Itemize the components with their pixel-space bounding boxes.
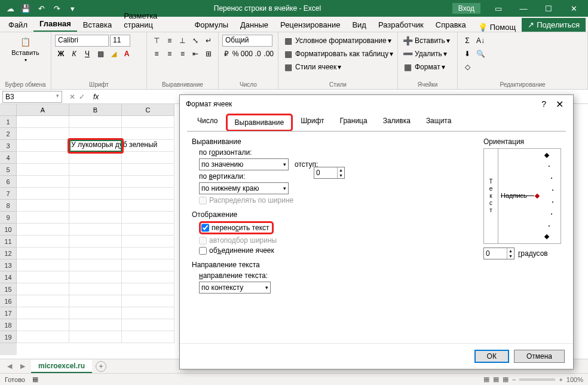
close-icon[interactable]: ✕ [562, 0, 586, 17]
horizontal-select[interactable]: по значению▾ [199, 158, 289, 170]
zoom-in-icon[interactable]: + [559, 376, 562, 383]
row-header[interactable]: 9 [0, 212, 17, 224]
degrees-spinner[interactable]: ▲▼ [483, 248, 514, 259]
textdir-select[interactable]: по контексту▾ [199, 282, 271, 294]
align-top-button[interactable]: ⊤ [151, 35, 163, 47]
dlg-tab-font[interactable]: Шрифт [293, 113, 332, 131]
clear-button[interactable]: ◇ [461, 61, 473, 73]
dlg-tab-number[interactable]: Число [189, 113, 226, 131]
currency-button[interactable]: ₽ [222, 48, 230, 60]
minimize-icon[interactable]: — [512, 0, 535, 17]
ok-button[interactable]: ОК [474, 350, 509, 363]
cancel-button[interactable]: Отмена [514, 350, 565, 363]
merge-button[interactable]: ⊞ [203, 48, 215, 60]
tab-help[interactable]: Справка [430, 18, 472, 32]
view-break-icon[interactable]: ▦ [503, 375, 509, 383]
view-layout-icon[interactable]: ▦ [493, 375, 499, 383]
align-middle-button[interactable]: ≡ [164, 35, 176, 47]
maximize-icon[interactable]: ☐ [537, 0, 561, 17]
orientation-control[interactable]: Текст Надпись [483, 148, 561, 244]
align-center-button[interactable]: ≡ [164, 48, 176, 60]
dialog-close-icon[interactable]: ✕ [552, 99, 567, 110]
tab-nav-left-icon[interactable]: ◀ [5, 362, 14, 370]
tab-developer[interactable]: Разработчик [372, 18, 430, 32]
col-header[interactable]: B [69, 104, 122, 116]
row-header[interactable]: 12 [0, 248, 17, 259]
dialog-help-icon[interactable]: ? [535, 99, 552, 109]
select-all-corner[interactable] [0, 104, 17, 116]
align-bottom-button[interactable]: ⊥ [177, 35, 189, 47]
zoom-level[interactable]: 100% [566, 376, 583, 383]
row-header[interactable]: 13 [0, 259, 17, 271]
undo-icon[interactable]: ↶ [35, 2, 48, 15]
cell-styles-button[interactable]: ▦Стили ячеек ▾ [282, 61, 394, 73]
vertical-select[interactable]: по нижнему краю▾ [199, 182, 289, 194]
add-sheet-button[interactable]: + [96, 361, 106, 372]
share-button[interactable]: ↗Поделиться [522, 18, 586, 32]
row-header[interactable]: 2 [0, 128, 17, 140]
dlg-tab-border[interactable]: Граница [332, 113, 375, 131]
tab-pagelayout[interactable]: Разметка страниц [118, 9, 188, 32]
macro-rec-icon[interactable]: ▦ [32, 375, 38, 383]
tab-insert[interactable]: Вставка [77, 18, 118, 32]
comma-button[interactable]: 000 [241, 48, 253, 60]
tellme[interactable]: 💡Помощ [472, 23, 522, 32]
enter-formula-icon[interactable]: ✓ [79, 93, 85, 101]
orientation-button[interactable]: ⤡ [189, 35, 201, 47]
zoom-slider[interactable] [519, 378, 555, 381]
cond-format-button[interactable]: ▦Условное форматирование ▾ [282, 35, 394, 47]
insert-cells-button[interactable]: ➕Вставить ▾ [402, 35, 454, 47]
indent-dec-button[interactable]: ⇤ [189, 48, 201, 60]
wrap-text-button[interactable]: ↵ [203, 35, 215, 47]
row-header[interactable]: 4 [0, 152, 17, 164]
orientation-vertical[interactable]: Текст [484, 149, 498, 243]
save-icon[interactable]: 💾 [19, 2, 32, 15]
tab-data[interactable]: Данные [234, 18, 274, 32]
bold-button[interactable]: Ж [55, 48, 67, 60]
row-header[interactable]: 7 [0, 188, 17, 200]
autosave-icon[interactable]: ☁ [4, 2, 17, 15]
inc-decimal-button[interactable]: .0 [254, 48, 262, 60]
redo-icon[interactable]: ↷ [50, 2, 63, 15]
tab-file[interactable]: Файл [2, 18, 33, 32]
border-button[interactable]: ▦ [94, 48, 106, 60]
row-header[interactable]: 3 [0, 140, 17, 152]
align-left-button[interactable]: ≡ [151, 48, 163, 60]
font-name-combo[interactable]: Calibri [55, 35, 109, 47]
qat-customize-icon[interactable]: ▾ [66, 2, 79, 15]
format-cells-button[interactable]: ▦Формат ▾ [402, 61, 454, 73]
row-header[interactable]: 8 [0, 200, 17, 212]
align-right-button[interactable]: ≡ [177, 48, 189, 60]
tab-home[interactable]: Главная [33, 17, 77, 32]
row-header[interactable]: 6 [0, 176, 17, 188]
indent-spinner[interactable]: ▲▼ [314, 167, 345, 179]
sheet-tab-1[interactable]: microexcel.ru [31, 360, 92, 373]
find-button[interactable]: 🔍 [474, 48, 486, 60]
login-button[interactable]: Вход [452, 3, 480, 14]
row-header[interactable]: 5 [0, 164, 17, 176]
row-header[interactable]: 14 [0, 271, 17, 283]
col-header[interactable]: C [122, 104, 174, 116]
underline-button[interactable]: Ч [81, 48, 93, 60]
format-table-button[interactable]: ▦Форматировать как таблицу ▾ [282, 48, 394, 60]
wrap-text-checkbox[interactable] [201, 224, 209, 232]
dlg-tab-fill[interactable]: Заливка [375, 113, 418, 131]
row-header[interactable]: 16 [0, 295, 17, 307]
tab-formulas[interactable]: Формулы [188, 18, 234, 32]
font-color-button[interactable]: А [121, 48, 133, 60]
ribbon-options-icon[interactable]: ▭ [486, 0, 510, 17]
sort-button[interactable]: A↓ [474, 35, 486, 47]
dlg-tab-alignment[interactable]: Выравнивание [226, 114, 293, 132]
view-normal-icon[interactable]: ▦ [483, 375, 489, 383]
row-header[interactable]: 1 [0, 116, 17, 128]
percent-button[interactable]: % [231, 48, 239, 60]
paste-button[interactable]: 📋 Вставить ▾ [4, 35, 47, 64]
tab-review[interactable]: Рецензирование [274, 18, 346, 32]
cancel-formula-icon[interactable]: ✕ [69, 93, 75, 101]
italic-button[interactable]: К [68, 48, 80, 60]
row-header[interactable]: 11 [0, 236, 17, 248]
row-header[interactable]: 15 [0, 283, 17, 295]
row-header[interactable]: 19 [0, 331, 17, 343]
tab-nav-right-icon[interactable]: ▶ [18, 362, 27, 370]
fill-color-button[interactable]: ◢ [108, 48, 120, 60]
